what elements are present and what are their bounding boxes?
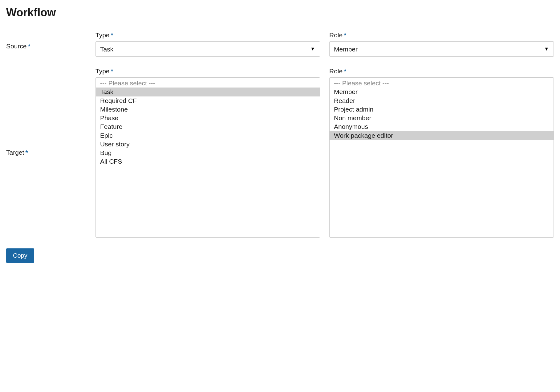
listbox-option[interactable]: Non member: [330, 114, 554, 122]
listbox-option[interactable]: Task: [96, 88, 320, 96]
target-role-label: Role*: [329, 67, 554, 75]
source-type-label: Type*: [95, 31, 320, 39]
required-star: *: [25, 149, 28, 156]
listbox-option[interactable]: Milestone: [96, 105, 320, 114]
listbox-option[interactable]: Epic: [96, 131, 320, 140]
listbox-option[interactable]: Work package editor: [330, 131, 554, 140]
target-type-field: Type* --- Please select --- TaskRequired…: [95, 67, 320, 238]
source-section: Source* Type* Task ▼ Role* Member ▼: [6, 31, 554, 57]
target-section: Target* Type* --- Please select --- Task…: [6, 67, 554, 238]
required-star: *: [344, 67, 346, 75]
target-role-field: Role* --- Please select --- MemberReader…: [329, 67, 554, 238]
target-label: Target*: [6, 149, 86, 156]
required-star: *: [28, 43, 30, 50]
source-role-select[interactable]: Member: [329, 41, 554, 57]
listbox-option[interactable]: Required CF: [96, 96, 320, 105]
required-star: *: [344, 31, 346, 39]
copy-button[interactable]: Copy: [6, 248, 34, 263]
listbox-placeholder: --- Please select ---: [330, 79, 554, 88]
listbox-option[interactable]: Anonymous: [330, 122, 554, 131]
listbox-option[interactable]: User story: [96, 140, 320, 149]
listbox-option[interactable]: Bug: [96, 149, 320, 157]
source-role-field: Role* Member ▼: [329, 31, 554, 57]
listbox-option[interactable]: All CFS: [96, 157, 320, 166]
listbox-option[interactable]: Phase: [96, 114, 320, 122]
listbox-option[interactable]: Member: [330, 88, 554, 96]
required-star: *: [111, 67, 113, 75]
target-role-listbox[interactable]: --- Please select --- MemberReaderProjec…: [329, 77, 554, 238]
listbox-option[interactable]: Reader: [330, 96, 554, 105]
page-title: Workflow: [6, 6, 554, 19]
source-role-label: Role*: [329, 31, 554, 39]
listbox-option[interactable]: Project admin: [330, 105, 554, 114]
source-type-select[interactable]: Task: [95, 41, 320, 57]
required-star: *: [111, 31, 113, 39]
source-type-field: Type* Task ▼: [95, 31, 320, 57]
source-label: Source*: [6, 31, 86, 50]
target-type-label: Type*: [95, 67, 320, 75]
listbox-option[interactable]: Feature: [96, 122, 320, 131]
listbox-placeholder: --- Please select ---: [96, 79, 320, 88]
button-row: Copy: [6, 248, 554, 263]
target-type-listbox[interactable]: --- Please select --- TaskRequired CFMil…: [95, 77, 320, 238]
